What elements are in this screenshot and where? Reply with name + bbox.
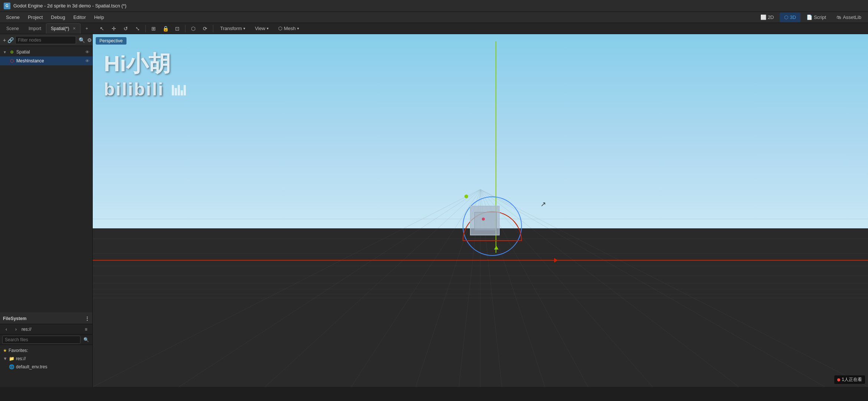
- tree-node-spatial[interactable]: ▼ ⊕ Spatial 👁: [0, 48, 92, 56]
- fs-res-folder[interactable]: ▼ 📁 res://: [0, 355, 92, 363]
- filesystem-section: FileSystem ⋮ ‹ › res:// ≡ 🔍 ★ Favorites:: [0, 313, 92, 387]
- expand-icon: ▼: [3, 50, 7, 54]
- tab-add[interactable]: +: [80, 23, 93, 34]
- local-button[interactable]: ⬡: [188, 23, 199, 34]
- chevron-down-icon: ▾: [267, 26, 269, 30]
- folder-icon: 📁: [9, 356, 14, 361]
- tab-scene[interactable]: Scene: [1, 23, 24, 34]
- chevron-down-icon-fs: ▼: [3, 356, 7, 361]
- view-3d-icon: ⬡: [784, 14, 788, 20]
- filesystem-header: FileSystem ⋮: [0, 313, 92, 324]
- link-button[interactable]: 🔗: [7, 36, 14, 44]
- node-label-meshinstance: MeshInstance: [16, 58, 44, 63]
- visibility-icon[interactable]: 👁: [85, 50, 89, 54]
- chevron-down-icon: ▾: [243, 26, 245, 30]
- snap-button[interactable]: ⊞: [148, 23, 159, 34]
- menu-project[interactable]: Project: [24, 13, 46, 22]
- mode-3d-button[interactable]: ⬡ 3D: [780, 13, 800, 22]
- menu-help[interactable]: Help: [91, 13, 108, 22]
- scene-tree: ▼ ⊕ Spatial 👁 ⬡ MeshInstance 👁: [0, 46, 92, 313]
- filesystem-more-icon[interactable]: ⋮: [85, 316, 89, 321]
- node-label-spatial: Spatial: [16, 49, 30, 55]
- mesh-node-icon: ⬡: [9, 58, 15, 64]
- menu-editor[interactable]: Editor: [70, 13, 90, 22]
- gizmo-green-handle[interactable]: [464, 195, 468, 198]
- scene-settings-icon[interactable]: ⚙: [87, 36, 92, 44]
- x-axis-line: [93, 260, 868, 261]
- x-axis-arrow: [554, 258, 558, 263]
- mode-2d-button[interactable]: ⬜ 2D: [756, 13, 779, 22]
- left-panel: + 🔗 🔍 ⚙ ▼ ⊕ Spatial 👁 ⬡: [0, 34, 93, 387]
- tab-import[interactable]: Import: [24, 23, 46, 34]
- live-viewer-badge: 1人正在看: [834, 375, 865, 384]
- viewport: Perspective: [93, 34, 868, 387]
- close-icon[interactable]: ✕: [73, 26, 76, 30]
- watermark-overlay: Hi小胡 bilibili: [104, 49, 186, 100]
- tab-spatial[interactable]: Spatial(*) ✕: [46, 23, 80, 34]
- title-bar: G Godot Engine - 2d sprite in 3d demo - …: [0, 0, 868, 12]
- assetlib-button[interactable]: 🛍 AssetLib: [832, 13, 866, 22]
- star-icon: ★: [3, 348, 7, 353]
- watermark-text-line2: bilibili: [104, 79, 186, 100]
- tres-file-icon: 🌐: [9, 364, 14, 369]
- search-files-input[interactable]: [2, 336, 80, 344]
- toolbar-separator-1: [145, 25, 146, 32]
- filesystem-title: FileSystem: [3, 316, 26, 321]
- transform-button[interactable]: Transform ▾: [216, 24, 250, 33]
- perspective-label[interactable]: Perspective: [96, 37, 126, 45]
- main-layout: + 🔗 🔍 ⚙ ▼ ⊕ Spatial 👁 ⬡: [0, 34, 868, 387]
- cursor-pointer: ↗: [540, 200, 546, 208]
- view-2d-icon: ⬜: [760, 14, 766, 20]
- lock-button[interactable]: 🔒: [160, 23, 171, 34]
- scale-tool-button[interactable]: ⤡: [132, 23, 143, 34]
- scene-header: + 🔗 🔍 ⚙: [0, 34, 92, 46]
- watermark-text-line1: Hi小胡: [104, 49, 186, 79]
- search-icon[interactable]: 🔍: [82, 336, 90, 344]
- filesystem-menu-icon[interactable]: ≡: [82, 325, 90, 333]
- fs-favorites: ★ Favorites:: [0, 346, 92, 355]
- mesh-box: [470, 206, 500, 235]
- filesystem-tree: ★ Favorites: ▼ 📁 res:// 🌐 default_env.tr…: [0, 345, 92, 387]
- add-node-button[interactable]: +: [3, 36, 6, 44]
- filesystem-path: res://: [22, 327, 80, 332]
- filter-search-icon[interactable]: 🔍: [78, 36, 86, 44]
- tabs-bar: Scene Import Spatial(*) ✕ + ↖ ✛ ↺ ⤡ ⊞ 🔒 …: [0, 23, 868, 34]
- live-indicator-dot: [837, 378, 840, 381]
- move-tool-button[interactable]: ✛: [108, 23, 119, 34]
- toolbar-separator-3: [213, 25, 213, 32]
- chevron-down-icon: ▾: [297, 26, 299, 30]
- window-title: Godot Engine - 2d sprite in 3d demo - Sp…: [13, 3, 126, 9]
- toolbar-separator-2: [185, 25, 185, 32]
- mesh-icon: ⬡: [278, 26, 282, 31]
- group-button[interactable]: ⊡: [172, 23, 183, 34]
- menu-debug[interactable]: Debug: [47, 13, 69, 22]
- filter-nodes-input[interactable]: [15, 36, 76, 44]
- scene-section: + 🔗 🔍 ⚙ ▼ ⊕ Spatial 👁 ⬡: [0, 34, 92, 313]
- visibility-icon-mesh[interactable]: 👁: [85, 59, 89, 63]
- viewport-canvas[interactable]: Perspective: [93, 34, 868, 387]
- mesh-button[interactable]: ⬡ Mesh ▾: [274, 24, 303, 33]
- spatial-node-icon: ⊕: [9, 49, 15, 55]
- rotate-tool-button[interactable]: ↺: [120, 23, 131, 34]
- filesystem-nav: ‹ › res:// ≡: [0, 324, 92, 335]
- live-count-text: 1人正在看: [842, 376, 862, 383]
- cursor-tool-button[interactable]: ↖: [96, 23, 108, 34]
- assetlib-icon: 🛍: [836, 14, 841, 20]
- nav-back-button[interactable]: ‹: [2, 325, 10, 333]
- script-button[interactable]: 📄 Script: [802, 13, 831, 22]
- fs-default-env[interactable]: 🌐 default_env.tres: [0, 363, 92, 371]
- script-icon: 📄: [806, 14, 812, 20]
- tree-node-meshinstance[interactable]: ⬡ MeshInstance 👁: [0, 56, 92, 65]
- nav-forward-button[interactable]: ›: [12, 325, 20, 333]
- search-bar: 🔍: [0, 335, 92, 345]
- menu-bar: Scene Project Debug Editor Help ⬜ 2D ⬡ 3…: [0, 12, 868, 23]
- menu-scene[interactable]: Scene: [2, 13, 23, 22]
- app-icon: G: [4, 3, 10, 9]
- reset-button[interactable]: ⟳: [200, 23, 211, 34]
- view-button[interactable]: View ▾: [250, 24, 273, 33]
